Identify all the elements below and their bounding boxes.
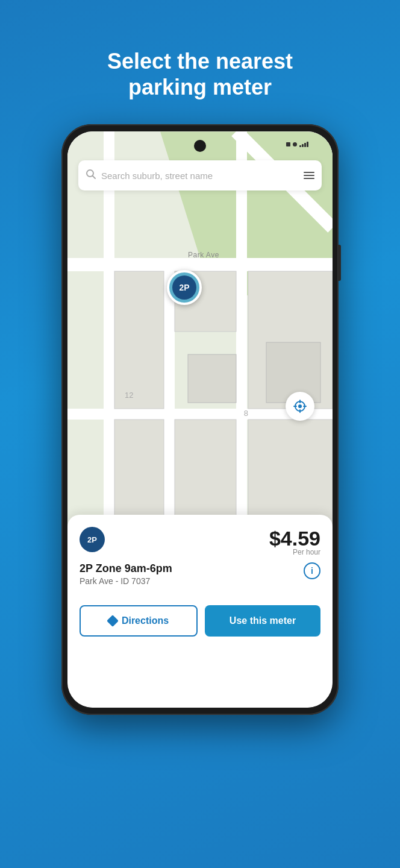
map-view[interactable]: Park Ave 12 8 2P	[67, 131, 333, 541]
card-zone: 2P Zone 9am-6pm	[80, 562, 172, 575]
search-placeholder: Search suburb, street name	[101, 171, 299, 181]
search-bar[interactable]: Search suburb, street name	[78, 160, 322, 190]
card-badge: 2P	[80, 527, 105, 552]
card-address: Park Ave - ID 7037	[80, 576, 172, 586]
phone-screen: Park Ave 12 8 2P	[67, 131, 333, 708]
menu-icon[interactable]	[304, 172, 314, 179]
card-price: $4.59	[269, 527, 320, 550]
search-icon	[86, 169, 96, 182]
svg-rect-3	[236, 131, 247, 541]
use-meter-button[interactable]: Use this meter	[205, 605, 320, 637]
svg-rect-12	[188, 354, 236, 403]
power-button	[338, 245, 341, 281]
svg-point-15	[298, 404, 302, 408]
map-roads	[67, 131, 333, 541]
wifi-icon	[286, 142, 290, 146]
status-bar	[286, 141, 308, 147]
parking-label: 2P	[172, 275, 196, 300]
page-title: Select the nearest parking meter	[86, 48, 314, 100]
directions-label: Directions	[122, 615, 169, 626]
parking-marker[interactable]: 2P	[167, 270, 202, 305]
svg-line-21	[93, 176, 96, 179]
directions-button[interactable]: Directions	[80, 605, 198, 637]
meter-info-card: 2P $4.59 Per hour 2P Zone 9am-6pm Park A…	[67, 515, 333, 708]
map-number-8: 8	[244, 409, 248, 418]
directions-icon	[107, 615, 119, 627]
use-meter-label: Use this meter	[230, 615, 296, 626]
phone-mockup: Park Ave 12 8 2P	[61, 124, 339, 715]
battery-icon	[293, 142, 297, 146]
park-ave-label: Park Ave	[188, 251, 219, 259]
signal-icon	[299, 141, 308, 147]
svg-rect-2	[104, 131, 114, 541]
camera-notch	[194, 140, 206, 152]
map-number-12: 12	[125, 391, 133, 400]
info-button[interactable]: i	[304, 562, 320, 579]
svg-rect-6	[114, 271, 164, 409]
